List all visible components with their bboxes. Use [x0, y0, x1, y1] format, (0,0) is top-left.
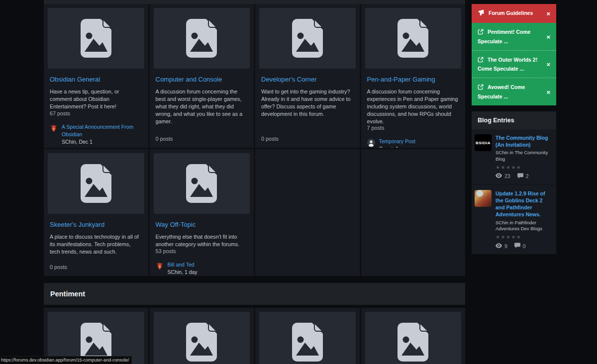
eye-icon — [496, 173, 502, 179]
announcement-label[interactable]: The Outer Worlds 2! Come Speculate ... — [478, 56, 541, 73]
latest-post-row: Bill and TedSChin, 1 day — [156, 261, 248, 276]
comment-icon — [514, 243, 520, 249]
guest-avatar-icon — [367, 139, 375, 147]
announcement-label[interactable]: Pentiment! Come Speculate ... — [478, 28, 541, 45]
blog-entry-byline: SChin in Pathfinder Adventures Dev Blogs — [496, 220, 553, 233]
pentiment-section-header: Pentiment — [44, 283, 465, 305]
forum-title-link[interactable]: Obsidian General — [50, 76, 142, 83]
empty-grid-cell — [255, 149, 360, 276]
blog-entry: BSIDIA· · · · ·The Community Blog (An In… — [472, 129, 556, 185]
forum-card-footer: 53 postsBill and TedSChin, 1 day — [154, 248, 250, 276]
dismiss-alert-button[interactable]: × — [545, 60, 551, 69]
blog-thumbnail[interactable] — [475, 190, 492, 207]
latest-post-link[interactable]: Bill and Ted — [168, 261, 198, 269]
forum-image-placeholder[interactable] — [365, 312, 462, 364]
announcement-label[interactable]: Forum Guidelines — [478, 9, 533, 18]
forum-image-placeholder[interactable] — [259, 312, 356, 364]
forum-title-link[interactable]: Pen-and-Paper Gaming — [367, 76, 460, 83]
forum-title-link[interactable]: Developer's Corner — [261, 76, 354, 83]
guest-avatar — [367, 139, 375, 147]
file-image-icon — [81, 19, 111, 58]
forum-image-placeholder[interactable] — [259, 8, 356, 69]
latest-post-link[interactable]: A Special Announcement From Obsidian — [62, 123, 142, 138]
dismiss-alert-button[interactable]: × — [545, 9, 551, 18]
sidebar: Forum Guidelines×Pentiment! Come Specula… — [472, 4, 556, 254]
announcement-banner[interactable]: The Outer Worlds 2! Come Speculate ...× — [472, 50, 556, 78]
announcement-banner[interactable]: Forum Guidelines× — [472, 4, 556, 23]
forum-description: A discussion forum concerning the best a… — [156, 88, 248, 125]
obsidian-logo-text: BSIDIA — [476, 141, 491, 145]
file-image-icon — [292, 19, 323, 58]
external-link-icon — [478, 84, 484, 90]
forum-title-link[interactable]: Skeeter's Junkyard — [50, 221, 142, 228]
comments-count: 2 — [526, 173, 529, 179]
status-url-tooltip: https://forums.dev.obsidian.app/forum/15… — [0, 356, 132, 364]
blog-entries-panel: Blog Entries BSIDIA· · · · ·The Communit… — [472, 111, 556, 254]
forum-title-link[interactable]: Way Off-Topic — [156, 221, 248, 228]
phoenix-avatar — [156, 262, 164, 270]
forum-category-card: Obsidian GeneralHave a news tip, questio… — [44, 4, 148, 148]
views-stat: 9 — [496, 243, 507, 249]
forum-image-placeholder[interactable] — [48, 153, 144, 214]
comments-stat: 2 — [517, 173, 529, 180]
external-link-icon — [478, 29, 484, 37]
forum-title-link[interactable]: Computer and Console — [156, 76, 248, 83]
posts-count: 7 posts — [367, 125, 460, 131]
forum-image-placeholder[interactable] — [154, 153, 250, 214]
forum-card-footer: 67 postsA Special Announcement From Obsi… — [48, 110, 144, 148]
pentiment-section-title: Pentiment — [50, 290, 85, 298]
blog-entry-stats: 232 — [496, 173, 553, 180]
forum-image-placeholder[interactable] — [154, 312, 250, 364]
star-rating: ★★★★★ — [496, 234, 553, 240]
file-image-icon — [292, 323, 323, 362]
views-count: 23 — [504, 173, 510, 179]
blog-entry-title-link[interactable]: The Community Blog (An Invitation) — [496, 134, 553, 148]
forum-category-card: Skeeter's JunkyardA place to discuss tec… — [44, 149, 148, 276]
external-link-icon — [478, 57, 484, 63]
dismiss-alert-button[interactable]: × — [545, 88, 551, 96]
announcement-stack: Forum Guidelines×Pentiment! Come Specula… — [472, 4, 556, 105]
main-content: Obsidian GeneralHave a news tip, questio… — [44, 0, 465, 364]
latest-post-meta: SChin, 1 day — [168, 269, 198, 276]
blog-thumbnail[interactable]: BSIDIA· · · · · — [475, 134, 492, 151]
external-link-icon — [478, 84, 484, 92]
forum-category-card — [361, 308, 466, 364]
announcement-banner[interactable]: Avowed! Come Speculate ...× — [472, 78, 556, 105]
comments-count: 0 — [523, 243, 526, 249]
posts-count: 0 posts — [156, 136, 248, 142]
megaphone-icon — [478, 9, 485, 18]
latest-posts-list: Temporary PostGuest, 1 yr — [367, 138, 460, 148]
posts-count: 53 posts — [156, 248, 248, 254]
forum-category-card — [255, 308, 360, 364]
dismiss-alert-button[interactable]: × — [545, 32, 551, 41]
latest-post-link[interactable]: Temporary Post — [379, 138, 416, 145]
blog-entry-byline: SChin in The Community Blog — [496, 150, 553, 163]
posts-count: 0 posts — [261, 136, 354, 142]
forum-card-footer: 7 postsTemporary PostGuest, 1 yr — [365, 125, 462, 148]
latest-post-row: Temporary PostGuest, 1 yr — [367, 138, 460, 148]
forum-image-placeholder[interactable] — [48, 8, 144, 69]
comment-icon — [517, 173, 523, 179]
file-image-icon — [81, 164, 111, 203]
comment-icon — [514, 243, 520, 248]
announcement-label[interactable]: Avowed! Come Speculate ... — [478, 83, 541, 100]
latest-post-row: A Special Announcement From ObsidianSChi… — [50, 123, 142, 146]
eye-icon — [496, 173, 502, 178]
file-image-icon — [186, 19, 217, 58]
forum-image-placeholder[interactable] — [365, 8, 462, 69]
announcement-banner[interactable]: Pentiment! Come Speculate ...× — [472, 23, 556, 50]
phoenix-avatar-icon — [156, 262, 164, 270]
phoenix-avatar — [50, 124, 58, 132]
blog-entry-title-link[interactable]: Update 1.2.9 Rise of the Goblins Deck 2 … — [496, 190, 553, 218]
forum-card-footer: 0 posts — [48, 264, 144, 270]
forum-category-card: Pen-and-Paper GamingA discussion forum c… — [361, 4, 466, 148]
latest-posts-list: Bill and TedSChin, 1 day — [156, 261, 248, 276]
latest-posts-list: A Special Announcement From ObsidianSChi… — [50, 123, 142, 148]
forum-description: A place to discuss technology in all of … — [50, 233, 142, 256]
forum-card-footer: 0 posts — [259, 136, 356, 142]
forum-category-grid: Obsidian GeneralHave a news tip, questio… — [44, 4, 465, 276]
empty-grid-cell — [361, 149, 466, 276]
forum-image-placeholder[interactable] — [154, 8, 250, 69]
blog-entry-stats: 90 — [496, 243, 553, 249]
latest-post-meta: Guest, 1 yr — [379, 145, 416, 148]
